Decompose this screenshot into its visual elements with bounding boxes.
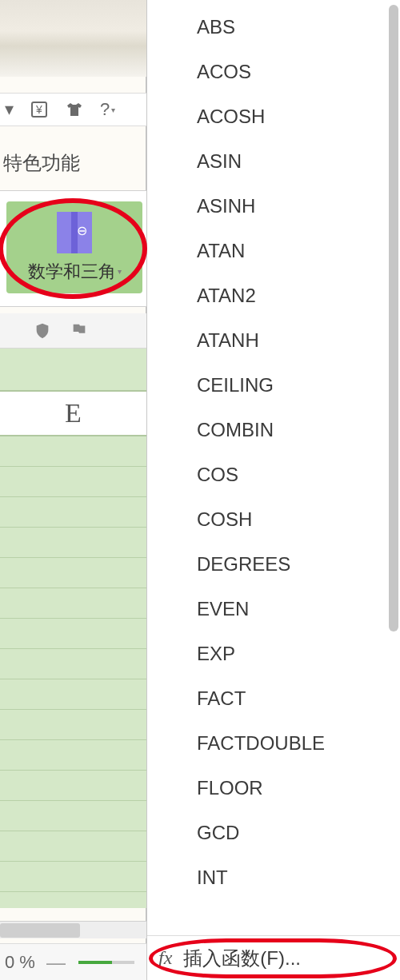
function-item[interactable]: FACTDOUBLE bbox=[147, 721, 400, 766]
table-row[interactable] bbox=[0, 497, 146, 528]
function-item[interactable]: ATANH bbox=[147, 318, 400, 363]
function-item[interactable]: ACOSH bbox=[147, 94, 400, 139]
category-label: 数学和三角 bbox=[28, 260, 116, 284]
function-item[interactable]: COMBIN bbox=[147, 408, 400, 452]
function-item[interactable]: GCD bbox=[147, 811, 400, 855]
table-row[interactable] bbox=[0, 588, 146, 619]
function-item[interactable]: ASINH bbox=[147, 184, 400, 229]
svg-text:¥: ¥ bbox=[35, 103, 42, 116]
dropdown-caret-icon[interactable]: ▾ bbox=[5, 99, 14, 120]
column-header[interactable]: E bbox=[0, 390, 146, 436]
function-item[interactable]: INT bbox=[147, 855, 400, 900]
table-row[interactable] bbox=[0, 710, 146, 740]
insert-function-item[interactable]: fx 插入函数(F)... bbox=[147, 935, 400, 980]
function-list: ABSACOSACOSHASINASINHATANATAN2ATANHCEILI… bbox=[147, 0, 400, 935]
function-item[interactable]: ABS bbox=[147, 5, 400, 50]
horizontal-scrollbar[interactable] bbox=[0, 921, 146, 938]
background-paper bbox=[0, 0, 146, 77]
help-label: ? bbox=[100, 99, 110, 120]
function-item[interactable]: CEILING bbox=[147, 363, 400, 408]
function-item[interactable]: ATAN2 bbox=[147, 273, 400, 318]
insert-function-label: 插入函数(F)... bbox=[183, 946, 301, 971]
table-row[interactable] bbox=[0, 558, 146, 588]
category-label-row: 数学和三角 ▾ bbox=[28, 260, 122, 284]
function-item[interactable]: EVEN bbox=[147, 587, 400, 631]
function-dropdown-menu: ABSACOSACOSHASINASINHATANATAN2ATANHCEILI… bbox=[146, 0, 400, 980]
function-item[interactable]: FLOOR bbox=[147, 766, 400, 811]
scrollbar-thumb[interactable] bbox=[0, 923, 80, 938]
left-panel: ▾ ¥ ?▾ 特色功能 数学和三角 ▾ E bbox=[0, 0, 146, 980]
table-row[interactable] bbox=[0, 831, 146, 862]
table-row[interactable] bbox=[0, 619, 146, 649]
function-item[interactable]: ASIN bbox=[147, 139, 400, 184]
shield-icon[interactable] bbox=[34, 322, 51, 340]
sheet-grid bbox=[0, 436, 146, 892]
function-item[interactable]: DEGREES bbox=[147, 542, 400, 587]
shirt-icon[interactable] bbox=[65, 100, 84, 119]
column-header-label: E bbox=[65, 398, 82, 428]
quick-toolbar: ▾ ¥ ?▾ bbox=[0, 93, 146, 126]
zoom-out-icon[interactable]: — bbox=[46, 951, 66, 974]
ribbon-tab[interactable]: 特色功能 bbox=[0, 150, 146, 176]
table-row[interactable] bbox=[0, 801, 146, 831]
function-item[interactable]: EXP bbox=[147, 631, 400, 676]
table-row[interactable] bbox=[0, 679, 146, 710]
chevron-down-icon: ▾ bbox=[118, 267, 122, 276]
tab-label: 特色功能 bbox=[3, 152, 80, 173]
help-icon[interactable]: ?▾ bbox=[100, 99, 115, 120]
table-row[interactable] bbox=[0, 436, 146, 467]
chevron-down-icon: ▾ bbox=[111, 106, 115, 114]
flag-icon[interactable] bbox=[70, 322, 88, 340]
mini-toolbar bbox=[0, 313, 146, 349]
function-item[interactable]: COSH bbox=[147, 497, 400, 542]
zoom-level: 0 % bbox=[5, 952, 35, 973]
function-item[interactable]: ACOS bbox=[147, 50, 400, 94]
math-trig-category-button[interactable]: 数学和三角 ▾ bbox=[6, 201, 142, 293]
vertical-scrollbar[interactable] bbox=[389, 5, 398, 631]
fx-icon: fx bbox=[158, 947, 172, 969]
function-item[interactable]: FACT bbox=[147, 676, 400, 721]
function-item[interactable]: COS bbox=[147, 452, 400, 497]
table-row[interactable] bbox=[0, 649, 146, 679]
table-row[interactable] bbox=[0, 862, 146, 892]
table-row[interactable] bbox=[0, 771, 146, 801]
table-row[interactable] bbox=[0, 467, 146, 497]
table-row[interactable] bbox=[0, 740, 146, 771]
status-bar: 0 % — bbox=[0, 943, 146, 980]
zoom-slider[interactable] bbox=[78, 961, 134, 964]
book-icon bbox=[57, 212, 92, 253]
function-item[interactable]: ATAN bbox=[147, 229, 400, 273]
currency-icon[interactable]: ¥ bbox=[30, 100, 49, 119]
table-row[interactable] bbox=[0, 528, 146, 558]
